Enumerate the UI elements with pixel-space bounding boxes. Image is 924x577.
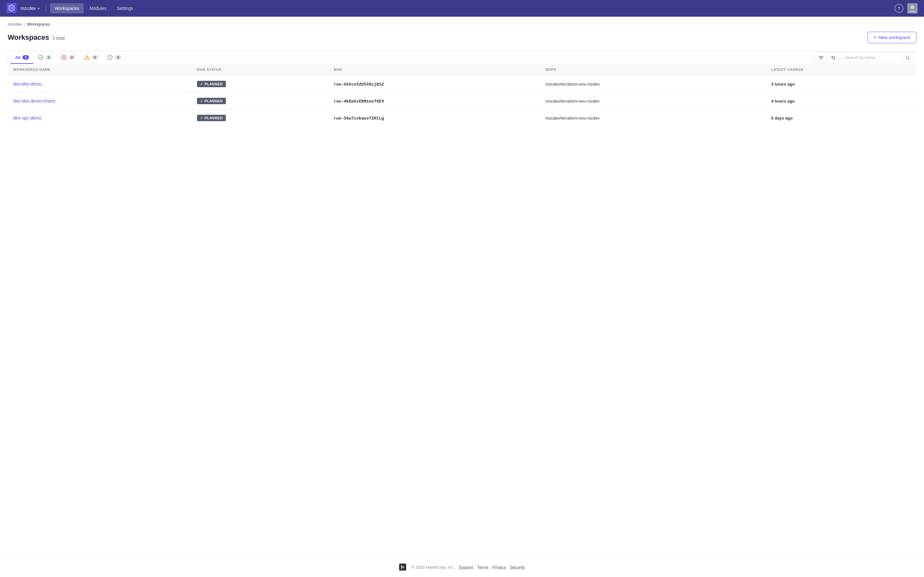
filter-tab-pending-count: 0 [115,55,121,60]
help-button[interactable]: ? [895,4,903,13]
new-workspace-button[interactable]: + New workspace [867,32,916,43]
filter-bar: All 3 3 0 [8,51,916,64]
page-title-group: Workspaces 3 total [8,33,65,42]
col-run-status: RUN STATUS [192,64,328,76]
filter-tab-pending[interactable]: 0 [103,51,126,64]
filter-tab-warning[interactable]: 0 [79,51,103,64]
page-title: Workspaces [8,33,49,42]
workspace-name-link[interactable]: dev-eks-demo-charts [13,98,55,103]
repo-name: mzcdev/terraform-env-mzdev [545,116,599,121]
cell-run-status: ✓ PLANNED [192,110,328,127]
cell-latest-change: 4 hours ago [766,93,916,110]
nav-settings[interactable]: Settings [112,3,137,13]
hashicorp-logo [399,564,406,571]
cell-workspace-name: dev-eks-demo [8,76,192,93]
navbar-org[interactable]: mzcdev ▾ [21,6,39,11]
cell-repo: mzcdev/terraform-env-mzdev [540,110,766,127]
col-workspace-name: WORKSPACE NAME [8,64,192,76]
table-row: dev-eks-demo-charts ✓ PLANNED run-4kEmXs… [8,93,916,110]
filter-tab-errored-count: 0 [69,55,75,60]
breadcrumb: mzcdev / Workspaces [0,17,924,32]
org-name: mzcdev [21,6,36,11]
status-badge: ✓ PLANNED [197,81,226,87]
user-avatar[interactable] [907,3,918,13]
footer-terms-link[interactable]: Terms [477,565,488,570]
footer-support-link[interactable]: Support [459,565,473,570]
filter-button[interactable] [816,52,827,63]
status-badge: ✓ PLANNED [197,98,226,104]
filter-tab-errored[interactable]: 0 [57,51,79,64]
cell-repo: mzcdev/terraform-env-mzdev [540,76,766,93]
navbar-divider [46,5,46,11]
checkmark-icon: ✓ [200,82,203,86]
status-label: PLANNED [205,116,223,120]
workspace-name-link[interactable]: dev-vpc-demo [13,115,42,121]
filter-tab-warning-count: 0 [92,55,98,60]
filter-actions [813,52,838,63]
nav-modules[interactable]: Modules [85,3,111,13]
col-repo: REPO [540,64,766,76]
cell-run: run-4kEmXsEKMxnnf6E9 [328,93,540,110]
cell-workspace-name: dev-eks-demo-charts [8,93,192,110]
filter-tab-planned-count: 3 [45,55,52,60]
footer-privacy-link[interactable]: Privacy [492,565,506,570]
cell-run-status: ✓ PLANNED [192,93,328,110]
cell-latest-change: 3 hours ago [766,76,916,93]
navbar: mzcdev ▾ Workspaces Modules Settings ? [0,0,924,17]
cell-repo: mzcdev/terraform-env-mzdev [540,93,766,110]
status-label: PLANNED [205,82,223,86]
status-label: PLANNED [205,99,223,103]
workspace-name-link[interactable]: dev-eks-demo [13,81,42,87]
filter-tab-planned[interactable]: 3 [33,51,57,64]
run-id: run-4kEmXsEKMxnnf6E9 [334,99,384,103]
breadcrumb-separator: / [24,22,25,27]
new-workspace-label: New workspace [879,35,910,40]
svg-point-6 [87,58,87,59]
navbar-right: ? [895,3,918,13]
filter-bar-inner: All 3 3 0 [8,51,916,64]
workspaces-table: WORKSPACE NAME RUN STATUS RUN REPO LATES… [8,64,916,127]
svg-point-2 [911,5,914,9]
filter-tab-all[interactable]: All 3 [11,52,33,64]
breadcrumb-org-link[interactable]: mzcdev [8,22,22,27]
search-input[interactable] [842,53,902,62]
cell-run: run-VGVco5ZU5X6zjBSZ [328,76,540,93]
filter-tab-all-label: All [15,55,21,60]
chevron-down-icon: ▾ [38,7,39,10]
page-total-count: 3 total [52,35,65,41]
repo-name: mzcdev/terraform-env-mzdev [545,99,599,103]
col-latest-change: LATEST CHANGE [766,64,916,76]
table-row: dev-vpc-demo ✓ PLANNED run-5Gw7sskauv7ZK… [8,110,916,127]
run-id: run-VGVco5ZU5X6zjBSZ [334,82,384,87]
search-button[interactable] [902,53,913,62]
cell-run-status: ✓ PLANNED [192,76,328,93]
page-header: Workspaces 3 total + New workspace [8,32,916,43]
cell-run: run-5Gw7sskauv7ZKCLg [328,110,540,127]
nav-workspaces[interactable]: Workspaces [50,3,84,13]
footer-security-link[interactable]: Security [510,565,525,570]
repo-name: mzcdev/terraform-env-mzdev [545,82,599,87]
latest-change-value: 3 hours ago [771,82,795,87]
breadcrumb-current: Workspaces [27,22,50,27]
sort-button[interactable] [828,52,838,63]
status-badge: ✓ PLANNED [197,115,226,121]
latest-change-value: 4 hours ago [771,99,795,103]
clock-icon [107,55,113,60]
cell-latest-change: 5 days ago [766,110,916,127]
table-header: WORKSPACE NAME RUN STATUS RUN REPO LATES… [8,64,916,76]
filter-tab-all-count: 3 [23,55,29,60]
table-body: dev-eks-demo ✓ PLANNED run-VGVco5ZU5X6zj… [8,76,916,127]
checkmark-icon: ✓ [200,116,203,120]
search-box [841,53,913,63]
svg-rect-13 [399,564,406,571]
plus-icon: + [874,35,877,40]
footer-copyright: © 2020 HashiCorp, Inc. [411,565,455,570]
help-icon: ? [898,6,900,11]
latest-change-value: 5 days ago [771,116,792,121]
filter-tabs: All 3 3 0 [11,51,813,64]
main-content: Workspaces 3 total + New workspace All 3 [0,32,924,557]
navbar-logo[interactable] [6,3,21,14]
svg-line-12 [909,58,910,60]
footer-center: © 2020 HashiCorp, Inc. Support Terms Pri… [399,564,525,571]
checkmark-icon: ✓ [200,99,203,103]
